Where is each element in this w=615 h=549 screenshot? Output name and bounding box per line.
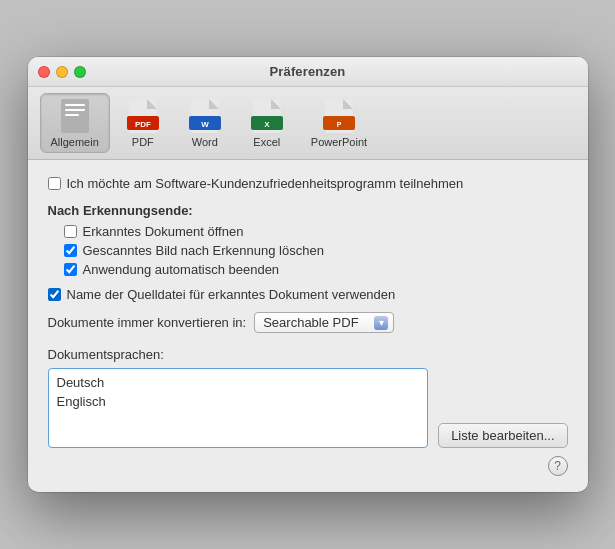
list-item[interactable]: Englisch: [49, 392, 428, 411]
svg-rect-3: [65, 114, 79, 116]
auto-close-row: Anwendung automatisch beenden: [64, 262, 568, 277]
minimize-button[interactable]: [56, 66, 68, 78]
toolbar: Allgemein PDF PDF W: [28, 87, 588, 160]
preferences-window: Präferenzen Allgemein P: [28, 57, 588, 492]
tab-pdf[interactable]: PDF PDF: [114, 93, 172, 153]
svg-rect-1: [65, 104, 85, 106]
tab-word[interactable]: W Word: [176, 93, 234, 153]
svg-rect-2: [65, 109, 85, 111]
svg-text:PDF: PDF: [135, 120, 151, 129]
tab-allgemein-label: Allgemein: [51, 136, 99, 148]
after-recognition-header: Nach Erkennungsende:: [48, 203, 568, 218]
tab-excel-label: Excel: [253, 136, 280, 148]
list-item[interactable]: Deutsch: [49, 373, 428, 392]
word-icon: W: [187, 98, 223, 134]
convert-select[interactable]: Searchable PDF Word Excel Text: [254, 312, 394, 333]
participation-row: Ich möchte am Software-Kundenzufriedenhe…: [48, 176, 568, 191]
svg-text:P: P: [337, 121, 342, 128]
participation-checkbox[interactable]: [48, 177, 61, 190]
participation-label[interactable]: Ich möchte am Software-Kundenzufriedenhe…: [67, 176, 464, 191]
pdf-icon: PDF: [127, 98, 159, 134]
tab-excel[interactable]: X Excel: [238, 93, 296, 153]
delete-scan-label[interactable]: Gescanntes Bild nach Erkennung löschen: [83, 243, 324, 258]
maximize-button[interactable]: [74, 66, 86, 78]
help-row: ?: [48, 456, 568, 476]
auto-close-checkbox[interactable]: [64, 263, 77, 276]
tab-allgemein[interactable]: Allgemein: [40, 93, 110, 153]
tab-powerpoint[interactable]: P PowerPoint: [300, 93, 378, 153]
titlebar: Präferenzen: [28, 57, 588, 87]
tab-word-label: Word: [192, 136, 218, 148]
languages-header: Dokumentsprachen:: [48, 347, 568, 362]
convert-row: Dokumente immer konvertieren in: Searcha…: [48, 312, 568, 333]
allgemein-icon: [57, 98, 93, 134]
languages-container: Deutsch Englisch Liste bearbeiten...: [48, 368, 568, 448]
delete-scan-checkbox[interactable]: [64, 244, 77, 257]
tab-powerpoint-label: PowerPoint: [311, 136, 367, 148]
open-doc-label[interactable]: Erkanntes Dokument öffnen: [83, 224, 244, 239]
use-source-name-row: Name der Quelldatei für erkanntes Dokume…: [48, 287, 568, 302]
use-source-name-checkbox[interactable]: [48, 288, 61, 301]
convert-label: Dokumente immer konvertieren in:: [48, 315, 247, 330]
open-doc-row: Erkanntes Dokument öffnen: [64, 224, 568, 239]
auto-close-label[interactable]: Anwendung automatisch beenden: [83, 262, 280, 277]
use-source-name-label[interactable]: Name der Quelldatei für erkanntes Dokume…: [67, 287, 396, 302]
window-controls: [38, 66, 86, 78]
content-area: Ich möchte am Software-Kundenzufriedenhe…: [28, 160, 588, 492]
languages-list[interactable]: Deutsch Englisch: [48, 368, 429, 448]
svg-text:W: W: [201, 120, 209, 129]
svg-text:X: X: [264, 120, 270, 129]
ppt-icon: P: [321, 98, 357, 134]
delete-scan-row: Gescanntes Bild nach Erkennung löschen: [64, 243, 568, 258]
excel-icon: X: [249, 98, 285, 134]
edit-list-button[interactable]: Liste bearbeiten...: [438, 423, 567, 448]
close-button[interactable]: [38, 66, 50, 78]
help-button[interactable]: ?: [548, 456, 568, 476]
convert-select-wrapper: Searchable PDF Word Excel Text: [254, 312, 394, 333]
window-title: Präferenzen: [270, 64, 346, 79]
open-doc-checkbox[interactable]: [64, 225, 77, 238]
tab-pdf-label: PDF: [132, 136, 154, 148]
